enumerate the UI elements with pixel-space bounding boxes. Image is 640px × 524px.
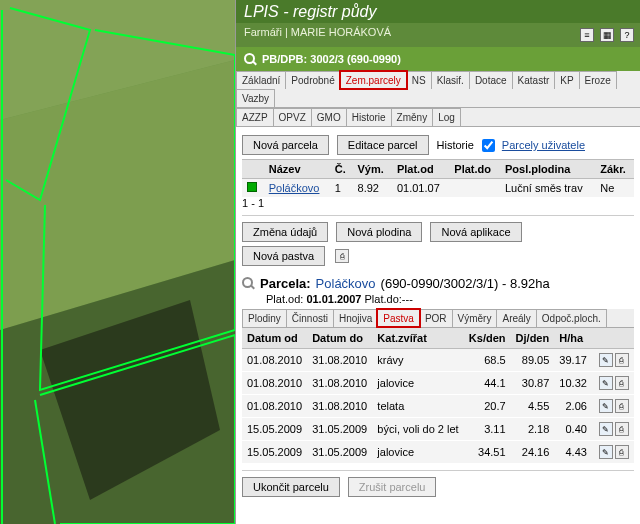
tab-zem-parcely[interactable]: Zem.parcely — [340, 71, 407, 89]
cell-to: 31.08.2010 — [307, 372, 372, 395]
detail-panel: LPIS - registr půdy Farmáři | MARIE HORÁ… — [235, 0, 640, 524]
tab-dotace[interactable]: Dotace — [469, 71, 513, 89]
cell-from: 15.05.2009 — [242, 418, 307, 441]
cell-ks: 20.7 — [464, 395, 511, 418]
history-label: Historie — [437, 139, 474, 151]
edit-icon[interactable]: ✎ — [599, 353, 613, 367]
col-header: Kat.zvířat — [372, 328, 463, 349]
col-header — [242, 160, 264, 179]
cell-cat: krávy — [372, 349, 463, 372]
app-title: LPIS - registr půdy — [236, 0, 640, 23]
print-icon[interactable]: ⎙ — [615, 399, 629, 413]
subtab-hnojiva[interactable]: Hnojiva — [333, 309, 378, 327]
new-crop-button[interactable]: Nová plodina — [336, 222, 422, 242]
subtab--innosti[interactable]: Činnosti — [286, 309, 334, 327]
cell-dj: 30.87 — [511, 372, 555, 395]
parcel-name-link[interactable]: Poláčkovo — [269, 182, 320, 194]
new-grazing-button[interactable]: Nová pastva — [242, 246, 325, 266]
grid-icon[interactable]: ▦ — [600, 28, 614, 42]
cell-from: 01.01.07 — [392, 179, 449, 198]
cell-h: 4.43 — [554, 441, 592, 464]
cell-from: 01.08.2010 — [242, 372, 307, 395]
cell-ks: 44.1 — [464, 372, 511, 395]
print-icon[interactable]: ⎙ — [615, 376, 629, 390]
history-checkbox[interactable] — [482, 139, 495, 152]
map-panel[interactable] — [0, 0, 235, 524]
search-icon — [242, 277, 255, 290]
section-header: PB/DPB: 3002/3 (690-0990) — [236, 47, 640, 71]
tab-katastr[interactable]: Katastr — [512, 71, 556, 89]
cell-area: 8.92 — [353, 179, 392, 198]
edit-parcel-button[interactable]: Editace parcel — [337, 135, 429, 155]
subtab-v-m-ry[interactable]: Výměry — [452, 309, 498, 327]
cell-to: 31.05.2009 — [307, 418, 372, 441]
cell-ks: 68.5 — [464, 349, 511, 372]
parcel-validity: Plat.od: 01.01.2007 Plat.do:--- — [242, 291, 634, 309]
tab-z-kladn-[interactable]: Základní — [236, 71, 286, 89]
cell-h: 2.06 — [554, 395, 592, 418]
print-icon[interactable]: ⎙ — [615, 353, 629, 367]
table-pager: 1 - 1 — [242, 197, 634, 209]
cell-cat: telata — [372, 395, 463, 418]
col-header: Plat.od — [392, 160, 449, 179]
cell-actions: ✎⎙ — [592, 349, 634, 372]
cell-from: 01.08.2010 — [242, 349, 307, 372]
cell-actions: ✎⎙ — [592, 395, 634, 418]
tab-azzp[interactable]: AZZP — [236, 108, 274, 126]
col-header: H/ha — [554, 328, 592, 349]
tab-podrobn-[interactable]: Podrobné — [285, 71, 340, 89]
tab-opvz[interactable]: OPVZ — [273, 108, 312, 126]
new-application-button[interactable]: Nová aplikace — [430, 222, 521, 242]
cell-dj: 89.05 — [511, 349, 555, 372]
tab-eroze[interactable]: Eroze — [579, 71, 617, 89]
cell-close: Ne — [595, 179, 634, 198]
table-row: 15.05.200931.05.2009býci, voli do 2 let3… — [242, 418, 634, 441]
cell-cat: jalovice — [372, 372, 463, 395]
parcel-list-table: NázevČ.Vým.Plat.odPlat.doPosl.plodinaZák… — [242, 159, 634, 197]
print-icon[interactable]: ⎙ — [615, 445, 629, 459]
subtab-pastva[interactable]: Pastva — [377, 309, 420, 327]
cell-crop: Luční směs trav — [500, 179, 595, 198]
user-parcels-link[interactable]: Parcely uživatele — [502, 139, 585, 151]
tab-ns[interactable]: NS — [406, 71, 432, 89]
cell-h: 39.17 — [554, 349, 592, 372]
search-icon — [244, 53, 257, 66]
table-row: 01.08.201031.08.2010krávy68.589.0539.17✎… — [242, 349, 634, 372]
print-icon[interactable]: ⎙ — [615, 422, 629, 436]
col-header: Dj/den — [511, 328, 555, 349]
edit-icon[interactable]: ✎ — [599, 445, 613, 459]
secondary-tabs: AZZPOPVZGMOHistorieZměnyLog — [236, 108, 640, 127]
list-icon[interactable]: ≡ — [580, 28, 594, 42]
new-parcel-button[interactable]: Nová parcela — [242, 135, 329, 155]
subtab-por[interactable]: POR — [419, 309, 453, 327]
help-icon[interactable]: ? — [620, 28, 634, 42]
table-row[interactable]: Poláčkovo 1 8.92 01.01.07 Luční směs tra… — [242, 179, 634, 198]
tab-historie[interactable]: Historie — [346, 108, 392, 126]
cell-dj: 4.55 — [511, 395, 555, 418]
col-header: Č. — [330, 160, 353, 179]
cell-to — [449, 179, 500, 198]
cell-h: 10.32 — [554, 372, 592, 395]
tab-vazby[interactable]: Vazby — [236, 89, 275, 107]
end-parcel-button[interactable]: Ukončit parcelu — [242, 477, 340, 497]
edit-icon[interactable]: ✎ — [599, 399, 613, 413]
col-header: Posl.plodina — [500, 160, 595, 179]
cell-cat: býci, voli do 2 let — [372, 418, 463, 441]
subtab-are-ly[interactable]: Areály — [496, 309, 536, 327]
cell-ks: 34.51 — [464, 441, 511, 464]
tab-zm-ny[interactable]: Změny — [391, 108, 434, 126]
subtab-odpo-ploch-[interactable]: Odpoč.ploch. — [536, 309, 607, 327]
change-data-button[interactable]: Změna údajů — [242, 222, 328, 242]
tab-log[interactable]: Log — [432, 108, 461, 126]
table-row: 01.08.201031.08.2010telata20.74.552.06✎⎙ — [242, 395, 634, 418]
print-icon[interactable]: ⎙ — [335, 249, 349, 263]
subtab-plodiny[interactable]: Plodiny — [242, 309, 287, 327]
col-header: Zákr. — [595, 160, 634, 179]
col-header: Ks/den — [464, 328, 511, 349]
edit-icon[interactable]: ✎ — [599, 422, 613, 436]
edit-icon[interactable]: ✎ — [599, 376, 613, 390]
parcel-name[interactable]: Poláčkovo — [316, 276, 376, 291]
tab-kp[interactable]: KP — [554, 71, 579, 89]
tab-klasif-[interactable]: Klasif. — [431, 71, 470, 89]
tab-gmo[interactable]: GMO — [311, 108, 347, 126]
